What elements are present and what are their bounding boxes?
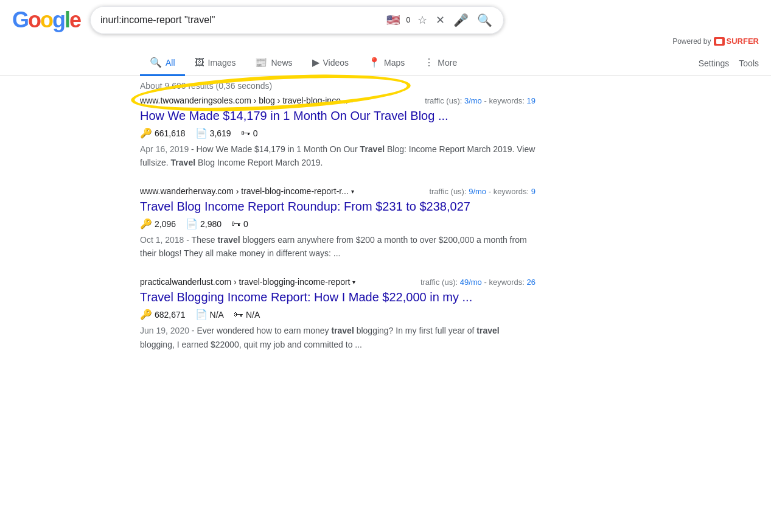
microphone-button[interactable]: 🎤 <box>452 12 470 29</box>
metric-keywords: 🗝 0 <box>241 128 258 139</box>
keywords-value: 9 <box>531 187 536 196</box>
url-dropdown-arrow[interactable]: ▾ <box>351 188 354 195</box>
results-count-wrapper: About 9 600 results (0,36 seconds) <box>0 76 771 96</box>
news-icon: 📰 <box>255 57 267 68</box>
result-metrics: 🔑 682,671 📄 N/A 🗝 N/A <box>140 309 536 320</box>
header: Google 🇺🇸 0 ☆ ✕ 🎤 🔍 <box>0 0 771 34</box>
metric-backlinks: 🔑 2,096 <box>140 218 176 229</box>
tab-more[interactable]: ⋮ More <box>414 51 467 76</box>
surfer-logo: SURFER <box>714 37 759 46</box>
search-bar-wrapper: 🇺🇸 0 ☆ ✕ 🎤 🔍 <box>90 6 504 34</box>
tab-more-label: More <box>438 58 457 68</box>
page-icon: 📄 <box>195 309 208 320</box>
result-traffic: traffic (us): 49/mo - keywords: 26 <box>420 278 536 287</box>
surfer-box-inner <box>716 39 722 44</box>
result-title[interactable]: How We Made $14,179 in 1 Month On Our Tr… <box>140 108 536 124</box>
results-container: www.twowanderingsoles.com › blog › trave… <box>0 96 548 380</box>
metric-pages-value: 2,980 <box>200 219 222 229</box>
result-traffic: traffic (us): 3/mo - keywords: 19 <box>425 96 536 105</box>
metric-pages: 📄 2,980 <box>186 218 222 229</box>
snippet-date: Apr 16, 2019 <box>140 144 189 154</box>
tab-all[interactable]: 🔍 All <box>140 51 185 76</box>
result-url-row: www.twowanderingsoles.com › blog › trave… <box>140 96 536 105</box>
result-traffic: traffic (us): 9/mo - keywords: 9 <box>429 187 536 196</box>
metric-backlinks-value: 661,618 <box>155 128 186 138</box>
search-icons: 🇺🇸 0 ☆ ✕ 🎤 🔍 <box>386 12 494 29</box>
key2-icon: 🗝 <box>231 219 241 229</box>
result-url-row: practicalwanderlust.com › travel-bloggin… <box>140 277 536 287</box>
snippet-date: Oct 1, 2018 <box>140 235 184 245</box>
clear-button[interactable]: ✕ <box>434 12 446 28</box>
tab-maps-label: Maps <box>384 58 405 68</box>
metric-backlinks-value: 2,096 <box>155 219 176 229</box>
tab-news[interactable]: 📰 News <box>245 51 302 76</box>
result-item: www.twowanderingsoles.com › blog › trave… <box>140 96 536 169</box>
search-submit-button[interactable]: 🔍 <box>476 12 494 29</box>
metric-backlinks: 🔑 682,671 <box>140 309 186 320</box>
result-item: practicalwanderlust.com › travel-bloggin… <box>140 277 536 351</box>
key2-icon: 🗝 <box>241 128 251 139</box>
settings-link[interactable]: Settings <box>699 58 730 68</box>
metric-pages-value: N/A <box>210 310 224 320</box>
result-item: www.wanderherway.com › travel-blog-incom… <box>140 186 536 260</box>
metric-keywords-value: 0 <box>253 128 258 138</box>
result-title[interactable]: Travel Blog Income Report Roundup: From … <box>140 198 536 214</box>
nav-tabs: 🔍 All 🖼 Images 📰 News ▶ Videos 📍 Maps ⋮ … <box>0 46 771 76</box>
tab-maps[interactable]: 📍 Maps <box>358 51 414 76</box>
result-url: www.wanderherway.com › travel-blog-incom… <box>140 186 354 196</box>
powered-by-label: Powered by <box>672 37 711 46</box>
result-metrics: 🔑 661,618 📄 3,619 🗝 0 <box>140 127 536 139</box>
maps-icon: 📍 <box>368 57 380 68</box>
traffic-value: 49/mo <box>460 278 482 287</box>
result-snippet: Apr 16, 2019 - How We Made $14,179 in 1 … <box>140 142 536 169</box>
videos-icon: ▶ <box>312 57 319 68</box>
key-icon: 🔑 <box>140 127 152 139</box>
page-icon: 📄 <box>195 127 208 139</box>
result-url-text: www.twowanderingsoles.com › blog › trave… <box>140 96 348 105</box>
result-metrics: 🔑 2,096 📄 2,980 🗝 0 <box>140 218 536 229</box>
tab-images[interactable]: 🖼 Images <box>185 51 246 76</box>
key2-icon: 🗝 <box>234 309 243 320</box>
all-icon: 🔍 <box>150 57 162 68</box>
search-input[interactable] <box>100 15 382 26</box>
search-badge: 0 <box>406 16 410 24</box>
more-icon: ⋮ <box>424 57 434 68</box>
surfer-branding: Powered by SURFER <box>0 34 771 46</box>
result-url: practicalwanderlust.com › travel-bloggin… <box>140 277 355 287</box>
surfer-box-icon <box>714 37 725 46</box>
key-icon: 🔑 <box>140 218 152 229</box>
metric-keywords: 🗝 N/A <box>234 309 260 320</box>
result-url-row: www.wanderherway.com › travel-blog-incom… <box>140 186 536 196</box>
star-button[interactable]: ☆ <box>416 12 428 28</box>
flag-icon: 🇺🇸 <box>386 13 400 27</box>
google-logo[interactable]: Google <box>12 7 80 33</box>
tab-images-label: Images <box>208 58 236 68</box>
url-dropdown-arrow[interactable]: ▾ <box>351 97 354 104</box>
metric-pages-value: 3,619 <box>210 128 231 138</box>
nav-settings: Settings Tools <box>699 58 759 68</box>
tab-videos[interactable]: ▶ Videos <box>302 51 359 76</box>
images-icon: 🖼 <box>195 57 204 68</box>
search-bar: 🇺🇸 0 ☆ ✕ 🎤 🔍 <box>90 6 504 34</box>
traffic-value: 3/mo <box>464 96 482 105</box>
result-title[interactable]: Travel Blogging Income Report: How I Mad… <box>140 289 536 305</box>
metric-keywords-value: N/A <box>246 310 260 320</box>
keywords-value: 26 <box>527 278 536 287</box>
url-dropdown-arrow[interactable]: ▾ <box>352 279 355 285</box>
metric-keywords: 🗝 0 <box>231 219 248 229</box>
snippet-date: Jun 19, 2020 <box>140 326 189 335</box>
result-snippet: Jun 19, 2020 - Ever wondered how to earn… <box>140 324 536 351</box>
tab-videos-label: Videos <box>323 58 349 68</box>
keywords-value: 19 <box>527 96 536 105</box>
key-icon: 🔑 <box>140 309 152 320</box>
result-url: www.twowanderingsoles.com › blog › trave… <box>140 96 354 105</box>
tab-news-label: News <box>271 58 292 68</box>
results-count: About 9 600 results (0,36 seconds) <box>140 81 272 91</box>
traffic-value: 9/mo <box>469 187 486 196</box>
tools-link[interactable]: Tools <box>739 58 759 68</box>
page-icon: 📄 <box>186 218 198 229</box>
metric-pages: 📄 3,619 <box>195 127 231 139</box>
metric-backlinks: 🔑 661,618 <box>140 127 186 139</box>
tab-all-label: All <box>166 58 175 68</box>
surfer-brand-name: SURFER <box>727 37 759 46</box>
